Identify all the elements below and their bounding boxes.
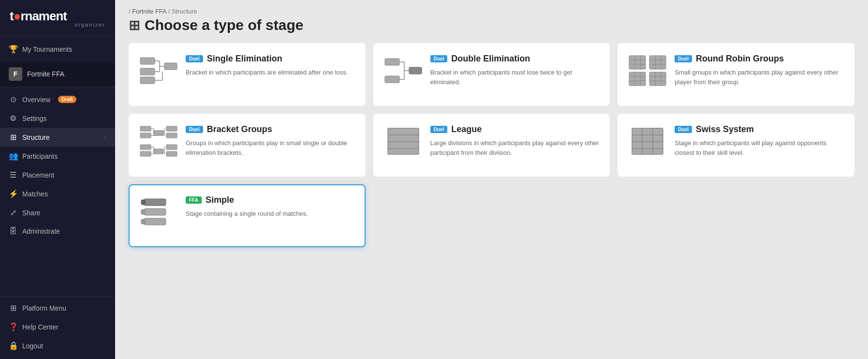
card-title: Single Elimination xyxy=(207,54,282,64)
card-content-swiss-system: Duel Swiss System Stage in which partici… xyxy=(675,124,844,157)
svg-rect-7 xyxy=(164,63,177,70)
sidebar-item-structure[interactable]: ⊞ Structure › xyxy=(0,128,115,147)
svg-rect-27 xyxy=(629,72,646,86)
card-title-row: Duel Double Elimination xyxy=(430,54,600,64)
sidebar-item-platform-menu[interactable]: ⊞ Platform Menu xyxy=(0,299,115,317)
sidebar: t●rnament organizer 🏆 My Tournaments F F… xyxy=(0,0,115,359)
sidebar-item-label: Share xyxy=(22,209,40,217)
placement-icon: ☰ xyxy=(9,170,17,180)
svg-rect-49 xyxy=(140,145,151,150)
league-icon xyxy=(384,124,423,160)
sidebar-item-label: Logout xyxy=(22,342,43,350)
card-title-row: Duel Round Robin Groups xyxy=(675,54,844,64)
card-description: Bracket in which participants must lose … xyxy=(430,68,600,87)
sidebar-item-label: Matches xyxy=(22,190,48,198)
structure-icon: ⊞ xyxy=(9,133,17,142)
tournament-name: Fortnite FFA xyxy=(27,70,64,78)
sidebar-item-help-center[interactable]: ❓ Help Center xyxy=(0,317,115,336)
sidebar-item-logout[interactable]: 🔒 Logout xyxy=(0,336,115,355)
svg-rect-64 xyxy=(632,128,663,154)
duel-badge: Duel xyxy=(430,55,448,62)
share-icon: ⤢ xyxy=(9,208,17,217)
round-robin-icon xyxy=(628,54,667,90)
duel-badge: Duel xyxy=(675,126,692,133)
sidebar-item-overview[interactable]: ⊙ Overview Draft xyxy=(0,90,115,109)
card-title: League xyxy=(451,124,482,135)
page-title-text: Choose a type of stage xyxy=(145,17,303,33)
bracket-groups-icon xyxy=(139,124,178,160)
duel-badge: Duel xyxy=(430,126,448,133)
sidebar-item-label: Participants xyxy=(22,152,58,160)
svg-rect-54 xyxy=(154,149,163,154)
card-title: Bracket Groups xyxy=(207,124,272,135)
stage-card-simple[interactable]: FFA Simple Stage containing a single rou… xyxy=(129,184,366,247)
card-title-row: Duel Single Elimination xyxy=(186,54,355,64)
card-title-row: FFA Simple xyxy=(186,195,355,205)
sidebar-item-label: Overview xyxy=(22,96,50,104)
tournament-item[interactable]: F Fortnite FFA xyxy=(0,62,115,86)
card-title: Swiss System xyxy=(696,124,754,135)
svg-rect-22 xyxy=(649,56,666,69)
card-title-row: Duel Bracket Groups xyxy=(186,124,355,135)
sidebar-item-my-tournaments[interactable]: 🏆 My Tournaments xyxy=(0,40,115,59)
card-description: Stage in which participants will play ag… xyxy=(675,138,844,157)
svg-rect-75 xyxy=(141,219,145,224)
svg-rect-37 xyxy=(140,126,151,131)
svg-rect-74 xyxy=(141,209,145,214)
sidebar-item-label: Help Center xyxy=(22,323,59,331)
sidebar-item-label: Placement xyxy=(22,171,54,179)
stage-type-grid: Duel Single Elimination Bracket in which… xyxy=(115,43,868,261)
sidebar-divider xyxy=(0,88,115,88)
svg-rect-16 xyxy=(409,67,422,74)
card-description: Large divisions in which participants pl… xyxy=(430,138,600,157)
nav-section: ⊙ Overview Draft ⚙ Settings ⊞ Structure … xyxy=(0,90,115,294)
draft-badge: Draft xyxy=(58,96,76,103)
my-tournaments-section: 🏆 My Tournaments xyxy=(0,36,115,62)
participants-icon: 👥 xyxy=(9,151,17,161)
swiss-system-icon xyxy=(628,124,667,160)
card-description: Stage containing a single round of match… xyxy=(186,209,355,219)
card-content-double-elimination: Duel Double Elimination Bracket in which… xyxy=(430,54,600,87)
svg-rect-60 xyxy=(388,128,419,154)
card-content-round-robin-groups: Duel Round Robin Groups Small groups in … xyxy=(675,54,844,87)
bottom-nav: ⊞ Platform Menu ❓ Help Center 🔒 Logout xyxy=(0,299,115,359)
sidebar-item-settings[interactable]: ⚙ Settings xyxy=(0,109,115,128)
simple-icon xyxy=(139,195,178,231)
svg-rect-73 xyxy=(141,200,145,205)
svg-rect-44 xyxy=(166,133,177,138)
overview-icon: ⊙ xyxy=(9,95,17,104)
breadcrumb: / Fortnite FFA / Structure xyxy=(115,0,868,15)
card-description: Small groups in which participants play … xyxy=(675,68,844,87)
svg-rect-38 xyxy=(140,133,151,138)
my-tournaments-label: My Tournaments xyxy=(22,45,72,53)
sidebar-bottom-divider xyxy=(0,296,115,297)
stage-card-league[interactable]: Duel League Large divisions in which par… xyxy=(373,114,610,177)
svg-rect-72 xyxy=(144,218,166,225)
help-icon: ❓ xyxy=(9,322,17,331)
card-title-row: Duel Swiss System xyxy=(675,124,844,135)
card-title: Double Elimination xyxy=(451,54,530,64)
platform-menu-icon: ⊞ xyxy=(9,303,17,313)
sidebar-item-matches[interactable]: ⚡ Matches xyxy=(0,184,115,203)
sidebar-item-placement[interactable]: ☰ Placement xyxy=(0,165,115,184)
stage-card-round-robin-groups[interactable]: Duel Round Robin Groups Small groups in … xyxy=(618,43,854,106)
svg-rect-1 xyxy=(140,68,155,75)
svg-rect-48 xyxy=(154,131,163,135)
stage-card-single-elimination[interactable]: Duel Single Elimination Bracket in which… xyxy=(129,43,366,106)
svg-rect-10 xyxy=(385,59,399,65)
sidebar-item-administrate[interactable]: 🗄 Administrate xyxy=(0,222,115,240)
breadcrumb-link-tournament[interactable]: Fortnite FFA xyxy=(132,8,166,15)
svg-rect-0 xyxy=(140,58,155,64)
single-elimination-icon xyxy=(139,54,178,90)
trophy-icon: 🏆 xyxy=(9,45,17,54)
sidebar-item-share[interactable]: ⤢ Share xyxy=(0,203,115,222)
logo-icon: ● xyxy=(14,9,21,23)
stage-card-double-elimination[interactable]: Duel Double Elimination Bracket in which… xyxy=(373,43,610,106)
card-content-bracket-groups: Duel Bracket Groups Groups in which part… xyxy=(186,124,355,157)
grid-icon: ⊞ xyxy=(129,17,140,33)
sidebar-item-participants[interactable]: 👥 Participants xyxy=(0,147,115,165)
ffa-badge: FFA xyxy=(186,196,202,204)
stage-card-swiss-system[interactable]: Duel Swiss System Stage in which partici… xyxy=(618,114,854,177)
stage-card-bracket-groups[interactable]: Duel Bracket Groups Groups in which part… xyxy=(129,114,366,177)
settings-icon: ⚙ xyxy=(9,114,17,123)
